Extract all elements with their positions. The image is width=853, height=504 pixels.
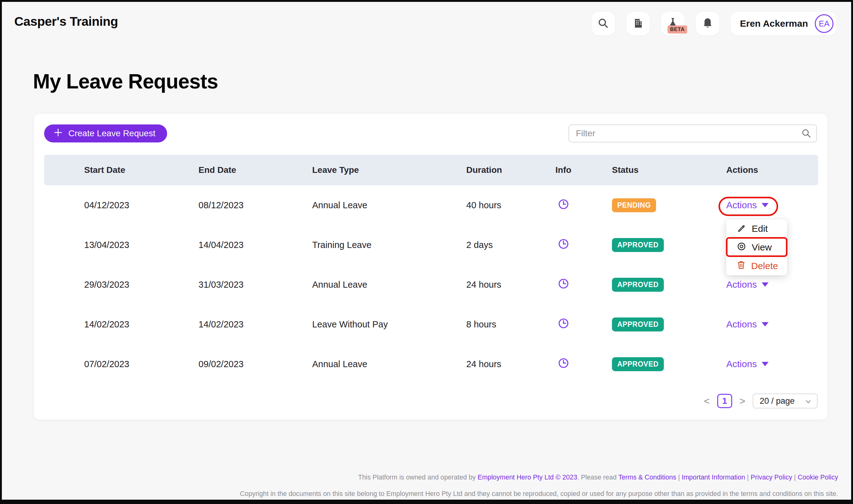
app-window: Casper's Training: [0, 0, 853, 504]
page-size-select[interactable]: 20 / page: [753, 394, 818, 409]
actions-dropdown-menu: Edit View Delete: [726, 219, 787, 275]
clock-info-icon[interactable]: [558, 238, 569, 250]
user-menu[interactable]: Eren Ackerman EA: [731, 12, 836, 35]
status-badge: APPROVED: [612, 238, 664, 252]
footer-line-2: Copyright in the documents on this site …: [240, 486, 838, 502]
clock-info-icon[interactable]: [558, 318, 569, 329]
start-date-cell: 13/04/2023: [84, 240, 198, 250]
status-badge: APPROVED: [612, 278, 664, 292]
duration-cell: 2 days: [466, 240, 555, 250]
end-date-cell: 31/03/2023: [198, 280, 312, 290]
start-date-cell: 29/03/2023: [84, 280, 198, 290]
table-row: 29/03/2023 31/03/2023 Annual Leave 24 ho…: [44, 265, 818, 304]
clock-info-icon[interactable]: [558, 199, 569, 210]
dropdown-item-view[interactable]: View: [726, 238, 787, 257]
footer-link-terms[interactable]: Terms & Conditions: [618, 473, 676, 481]
leave-type-cell: Leave Without Pay: [312, 319, 466, 329]
trash-icon: [737, 260, 746, 272]
topbar-actions: BETA Eren Ackerman EA: [591, 12, 836, 35]
leave-requests-card: Create Leave Request Start Date End Date…: [34, 113, 828, 420]
col-start-date: Start Date: [84, 165, 198, 175]
status-badge: APPROVED: [612, 318, 664, 331]
end-date-cell: 14/04/2023: [198, 240, 312, 250]
leave-type-cell: Training Leave: [312, 240, 466, 250]
footer: This Platform is owned and operated by E…: [240, 469, 838, 502]
search-button[interactable]: [591, 12, 615, 35]
notifications-bell-icon: [702, 17, 713, 30]
leave-requests-table: Start Date End Date Leave Type Duration …: [44, 155, 818, 384]
search-icon: [598, 18, 609, 30]
caret-down-icon: [762, 283, 768, 287]
page-size-value: 20 / page: [760, 396, 795, 406]
leave-type-cell: Annual Leave: [312, 200, 466, 211]
end-date-cell: 08/12/2023: [198, 200, 312, 211]
col-info: Info: [555, 165, 612, 175]
footer-text: This Platform is owned and operated by: [358, 473, 478, 481]
footer-text: . Please read: [577, 473, 618, 481]
filter-search-icon: [801, 128, 812, 140]
company-building-icon: [632, 18, 644, 30]
table-row: 04/12/2023 08/12/2023 Annual Leave 40 ho…: [44, 185, 818, 225]
plus-icon: [53, 128, 63, 139]
col-duration: Duration: [466, 165, 555, 175]
status-badge: APPROVED: [612, 357, 664, 371]
caret-down-icon: [762, 203, 768, 207]
actions-dropdown-button[interactable]: Actions: [726, 359, 768, 369]
start-date-cell: 14/02/2023: [84, 319, 198, 329]
end-date-cell: 14/02/2023: [198, 319, 312, 329]
next-page-button[interactable]: >: [739, 396, 746, 406]
table-body: 04/12/2023 08/12/2023 Annual Leave 40 ho…: [44, 185, 818, 384]
create-leave-request-label: Create Leave Request: [68, 128, 155, 139]
table-header-row: Start Date End Date Leave Type Duration …: [44, 155, 818, 185]
footer-separator: |: [678, 473, 680, 481]
app-title: Casper's Training: [14, 14, 118, 29]
status-badge: PENDING: [612, 198, 656, 212]
duration-cell: 8 hours: [466, 319, 555, 329]
dropdown-item-delete[interactable]: Delete: [726, 257, 787, 275]
col-leave-type: Leave Type: [312, 165, 466, 175]
clock-info-icon[interactable]: [558, 358, 569, 369]
duration-cell: 24 hours: [466, 359, 555, 369]
end-date-cell: 09/02/2023: [198, 359, 312, 369]
caret-down-icon: [762, 322, 768, 326]
filter-input[interactable]: [569, 124, 817, 142]
leave-type-cell: Annual Leave: [312, 359, 466, 369]
current-page-button[interactable]: 1: [717, 394, 732, 408]
company-button[interactable]: [626, 12, 650, 35]
pencil-icon: [737, 223, 746, 235]
footer-link-privacy[interactable]: Privacy Policy: [750, 473, 792, 481]
duration-cell: 24 hours: [466, 280, 555, 290]
clock-info-icon[interactable]: [558, 278, 569, 289]
footer-line-1: This Platform is owned and operated by E…: [240, 469, 838, 486]
footer-separator: |: [794, 473, 796, 481]
page-title: My Leave Requests: [33, 70, 218, 93]
labs-button[interactable]: BETA: [661, 12, 685, 35]
start-date-cell: 04/12/2023: [84, 200, 198, 211]
pagination: < 1 > 20 / page: [704, 394, 818, 409]
footer-link-important-info[interactable]: Important Information: [681, 473, 745, 481]
footer-link-company[interactable]: Employment Hero Pty Ltd © 2023: [478, 473, 577, 481]
create-leave-request-button[interactable]: Create Leave Request: [44, 124, 167, 142]
table-row: 07/02/2023 09/02/2023 Annual Leave 24 ho…: [44, 344, 818, 384]
footer-link-cookie[interactable]: Cookie Policy: [798, 473, 838, 481]
actions-dropdown-button[interactable]: Actions: [726, 319, 768, 329]
dropdown-item-edit[interactable]: Edit: [726, 219, 787, 238]
actions-dropdown-button[interactable]: Actions: [726, 200, 768, 211]
col-actions: Actions: [726, 165, 818, 175]
eye-icon: [737, 242, 746, 253]
start-date-cell: 07/02/2023: [84, 359, 198, 369]
actions-dropdown-button[interactable]: Actions: [726, 279, 768, 290]
caret-down-icon: [762, 362, 768, 366]
table-row: 14/02/2023 14/02/2023 Leave Without Pay …: [44, 304, 818, 344]
filter-field: [569, 124, 817, 142]
avatar: EA: [815, 14, 833, 33]
notifications-button[interactable]: [696, 12, 719, 35]
duration-cell: 40 hours: [466, 200, 555, 211]
footer-separator: |: [747, 473, 749, 481]
chevron-down-icon: [805, 396, 812, 406]
table-row: 13/04/2023 14/04/2023 Training Leave 2 d…: [44, 225, 818, 265]
col-end-date: End Date: [198, 165, 312, 175]
prev-page-button[interactable]: <: [704, 396, 710, 406]
col-status: Status: [612, 165, 726, 175]
leave-type-cell: Annual Leave: [312, 280, 466, 290]
